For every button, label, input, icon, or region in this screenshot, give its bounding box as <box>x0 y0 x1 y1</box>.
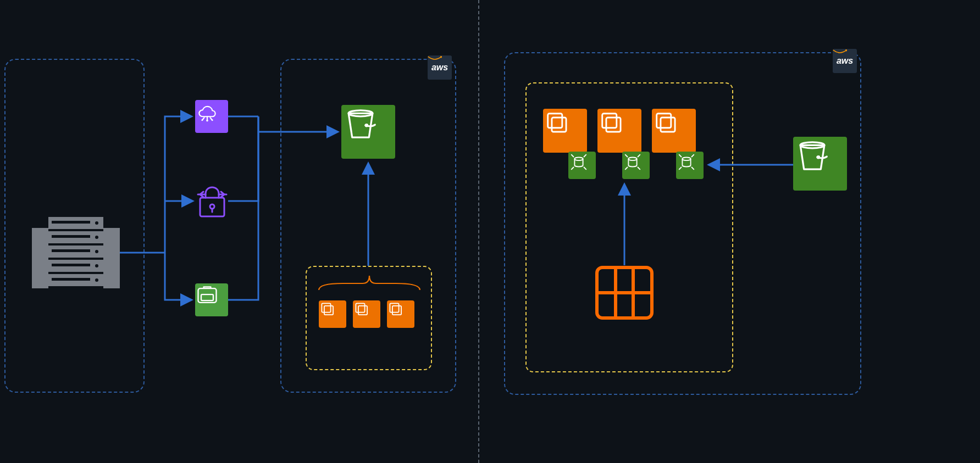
arrow-layer <box>0 0 980 463</box>
